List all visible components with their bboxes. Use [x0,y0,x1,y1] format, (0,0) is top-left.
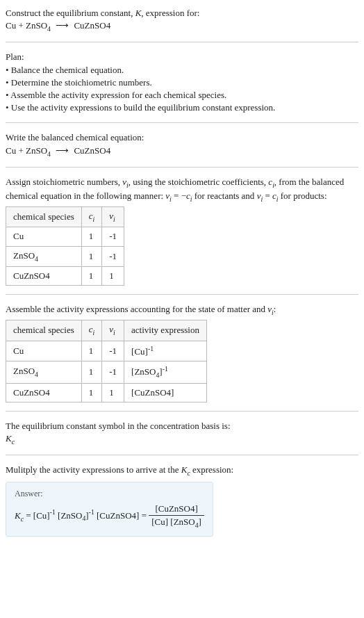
activity-section: Assemble the activity expressions accoun… [6,299,358,407]
symbol-line: The equilibrium constant symbol in the c… [6,420,358,432]
cell-species: ZnSO4 [6,246,82,266]
answer-fraction: [CuZnSO4] [Cu] [ZnSO4] [149,503,204,530]
cell-c: 1 [81,266,102,285]
col-expr: activity expression [124,320,207,341]
stoich-table: chemical species ci νi Cu 1 -1 ZnSO4 1 -… [6,206,124,286]
table-row: ZnSO4 1 -1 [ZnSO4]-1 [6,361,207,384]
separator [6,294,358,295]
table-header-row: chemical species ci νi [6,207,124,227]
cell-nu: 1 [102,383,124,402]
col-nu: νi [102,320,124,341]
balanced-equation: Cu + ZnSO4 ⟶ CuZnSO4 [6,145,358,158]
stoich-intro: Assign stoichiometric numbers, νi, using… [6,176,358,204]
separator [6,167,358,168]
cell-species: Cu [6,341,82,361]
kc-symbol: Kc [6,432,358,446]
cell-c: 1 [81,227,102,246]
separator [6,411,358,412]
col-species: chemical species [6,320,82,341]
cell-species: CuZnSO4 [6,266,82,285]
cell-nu: -1 [102,246,124,266]
balanced-title: Write the balanced chemical equation: [6,131,358,144]
col-nu: νi [102,207,124,227]
separator [6,42,358,42]
plan-title: Plan: [6,51,358,63]
header-line1: Construct the equilibrium constant, K, e… [6,7,358,19]
table-header-row: chemical species ci νi activity expressi… [6,320,207,341]
cell-species: ZnSO4 [6,361,82,384]
symbol-section: The equilibrium constant symbol in the c… [6,416,358,450]
answer-label: Answer: [15,488,204,500]
multiply-line: Mulitply the activity expressions to arr… [6,464,358,478]
answer-box: Answer: Kc = [Cu]-1 [ZnSO4]-1 [CuZnSO4] … [6,482,213,536]
plan-item: • Determine the stoichiometric numbers. [6,76,358,89]
cell-c: 1 [81,246,102,266]
frac-denominator: [Cu] [ZnSO4] [149,516,204,530]
table-row: Cu 1 -1 [6,227,124,246]
cell-nu: -1 [102,341,124,361]
cell-expr: [Cu]-1 [124,341,207,361]
multiply-section: Mulitply the activity expressions to arr… [6,460,358,540]
cell-expr: [ZnSO4]-1 [124,361,207,384]
plan-item: • Use the activity expressions to build … [6,101,358,114]
col-c: ci [81,207,102,227]
answer-expression: Kc = [Cu]-1 [ZnSO4]-1 [CuZnSO4] = [CuZnS… [15,503,204,530]
cell-c: 1 [81,361,102,384]
table-row: CuZnSO4 1 1 [6,266,124,285]
plan-item: • Assemble the activity expression for e… [6,89,358,101]
cell-c: 1 [81,341,102,361]
header-section: Construct the equilibrium constant, K, e… [6,3,358,38]
cell-species: Cu [6,227,82,246]
table-row: Cu 1 -1 [Cu]-1 [6,341,207,361]
plan-section: Plan: • Balance the chemical equation. •… [6,47,358,118]
cell-species: CuZnSO4 [6,383,82,402]
cell-nu: -1 [102,361,124,384]
cell-nu: 1 [102,266,124,285]
plan-item: • Balance the chemical equation. [6,64,358,76]
stoich-section: Assign stoichiometric numbers, νi, using… [6,172,358,290]
col-species: chemical species [6,207,82,227]
activity-intro: Assemble the activity expressions accoun… [6,303,358,317]
balanced-section: Write the balanced chemical equation: Cu… [6,127,358,162]
activity-table: chemical species ci νi activity expressi… [6,320,207,402]
table-row: ZnSO4 1 -1 [6,246,124,266]
frac-numerator: [CuZnSO4] [149,503,204,516]
col-c: ci [81,320,102,341]
separator [6,455,358,455]
cell-expr: [CuZnSO4] [124,383,207,402]
separator [6,122,358,123]
table-row: CuZnSO4 1 1 [CuZnSO4] [6,383,207,402]
header-equation: Cu + ZnSO4 ⟶ CuZnSO4 [6,19,358,33]
cell-nu: -1 [102,227,124,246]
cell-c: 1 [81,383,102,402]
